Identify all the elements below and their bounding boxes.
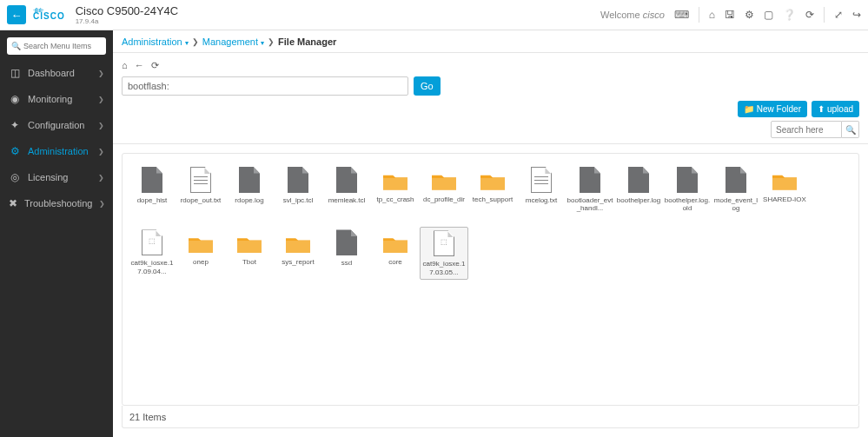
file-search-button[interactable]: 🔍 (842, 121, 859, 138)
upload-icon: ⬆ (818, 104, 825, 114)
file-item[interactable]: sys_report (274, 227, 322, 279)
sidebar-item-licensing[interactable]: ◎Licensing❯ (0, 164, 113, 190)
file-item[interactable]: tech_support (468, 164, 517, 215)
file-icon (190, 167, 211, 193)
dashboard-icon: ◫ (9, 67, 21, 79)
file-item[interactable]: Tbot (225, 227, 274, 279)
file-label: tech_support (469, 195, 516, 203)
search-icon: 🔍 (845, 125, 856, 135)
fullscreen-icon[interactable]: ⤢ (834, 9, 843, 21)
breadcrumb: Administration ▾ ❯ Management ▾ ❯ File M… (113, 30, 868, 53)
folder-icon (189, 234, 213, 255)
folder-icon (237, 234, 262, 255)
file-icon (142, 229, 162, 255)
folder-icon (772, 171, 797, 192)
file-item[interactable]: boothelper.log (614, 164, 663, 215)
search-icon: 🔍 (11, 42, 21, 50)
file-item[interactable]: core (371, 227, 420, 279)
status-bar: 21 Items (122, 406, 859, 428)
breadcrumb-administration[interactable]: Administration ▾ (122, 36, 189, 47)
file-item[interactable]: dc_profile_dir (420, 164, 468, 215)
breadcrumb-management[interactable]: Management ▾ (202, 36, 264, 47)
sidebar-item-dashboard[interactable]: ◫Dashboard❯ (0, 60, 113, 86)
path-input[interactable] (122, 76, 408, 96)
chevron-right-icon: ❯ (98, 148, 104, 156)
file-icon (336, 167, 357, 193)
upload-button[interactable]: ⬆upload (812, 101, 859, 117)
file-item[interactable]: tp_cc_crash (371, 164, 420, 215)
file-item[interactable]: memleak.tcl (322, 164, 371, 215)
item-count: 21 Items (129, 412, 166, 422)
file-icon (726, 167, 746, 193)
sidebar-item-troubleshooting[interactable]: ✖Troubleshooting❯ (0, 190, 113, 216)
settings-icon[interactable]: ⚙ (745, 9, 754, 21)
file-icon (531, 167, 552, 193)
chevron-right-icon: ❯ (268, 37, 275, 46)
back-button[interactable]: ← (7, 5, 26, 24)
sidebar-search-input[interactable] (23, 42, 102, 50)
sidebar-search[interactable]: 🔍 (7, 37, 106, 55)
file-item[interactable]: ssd (322, 227, 371, 279)
file-item[interactable]: boothelper.log.old (663, 164, 712, 215)
file-area: dope_histrdope_out.txtrdope.logsvl_ipc.t… (122, 153, 859, 406)
file-item[interactable]: rdope_out.txt (176, 164, 225, 215)
chevron-right-icon: ❯ (99, 200, 105, 208)
help-icon[interactable]: ❔ (783, 9, 796, 21)
folder-icon (480, 171, 505, 192)
new-folder-button[interactable]: 📁New Folder (738, 101, 807, 117)
chevron-right-icon: ❯ (98, 122, 104, 129)
sidebar-item-monitoring[interactable]: ◉Monitoring❯ (0, 86, 113, 112)
file-item[interactable]: mode_event_log (712, 164, 760, 215)
file-item[interactable]: dope_hist (128, 164, 176, 215)
file-label: onep (177, 258, 224, 266)
file-label: mcelog.txt (518, 196, 565, 204)
sidebar-item-label: Licensing (28, 172, 68, 182)
sidebar: 🔍 ◫Dashboard❯◉Monitoring❯✦Configuration❯… (0, 30, 113, 437)
breadcrumb-current: File Manager (278, 36, 336, 47)
save-icon[interactable]: 🖫 (725, 9, 735, 21)
file-label: svl_ipc.tcl (275, 196, 321, 204)
folder-icon (383, 234, 407, 255)
folder-icon (432, 171, 456, 192)
home-icon[interactable]: ⌂ (709, 9, 715, 21)
divider (824, 7, 825, 23)
sidebar-item-configuration[interactable]: ✦Configuration❯ (0, 112, 113, 138)
file-label: cat9k_iosxe.17.09.04... (129, 259, 176, 275)
sidebar-item-administration[interactable]: ⚙Administration❯ (0, 138, 113, 164)
file-icon (580, 167, 600, 193)
cli-icon[interactable]: ▢ (764, 9, 773, 21)
sidebar-item-label: Administration (28, 146, 89, 156)
chevron-right-icon: ❯ (98, 174, 104, 182)
keyboard-icon[interactable]: ⌨ (674, 9, 689, 21)
file-label: boothelper.log (615, 196, 662, 204)
chevron-right-icon: ❯ (192, 37, 199, 46)
file-item[interactable]: cat9k_iosxe.17.09.04... (128, 227, 176, 279)
home-nav-icon[interactable]: ⌂ (122, 60, 128, 71)
file-item[interactable]: rdope.log (225, 164, 274, 215)
file-item[interactable]: svl_ipc.tcl (274, 164, 322, 215)
chevron-right-icon: ❯ (98, 96, 104, 103)
file-item[interactable]: SHARED-IOX (760, 164, 809, 215)
back-nav-icon[interactable]: ← (135, 60, 144, 71)
file-item[interactable]: onep (176, 227, 225, 279)
refresh-icon[interactable]: ⟳ (805, 9, 814, 21)
file-search-input[interactable] (771, 121, 842, 138)
sidebar-item-label: Monitoring (28, 94, 72, 104)
file-item[interactable]: mcelog.txt (517, 164, 566, 215)
file-label: ssd (323, 259, 370, 267)
administration-icon: ⚙ (9, 145, 21, 157)
sidebar-item-label: Configuration (28, 120, 84, 130)
sidebar-item-label: Troubleshooting (24, 198, 92, 209)
file-icon (434, 230, 454, 256)
file-item[interactable]: cat9k_iosxe.17.03.05... (420, 227, 468, 279)
file-label: mode_event_log (712, 196, 759, 212)
folder-icon (383, 171, 407, 192)
file-label: rdope_out.txt (177, 196, 224, 204)
logout-icon[interactable]: ↪ (852, 9, 861, 21)
refresh-nav-icon[interactable]: ⟳ (151, 60, 159, 71)
file-label: Tbot (226, 258, 273, 266)
file-icon (677, 167, 698, 193)
file-label: tp_cc_crash (372, 195, 419, 203)
go-button[interactable]: Go (414, 76, 441, 96)
file-item[interactable]: bootloader_evt_handl... (566, 164, 614, 215)
